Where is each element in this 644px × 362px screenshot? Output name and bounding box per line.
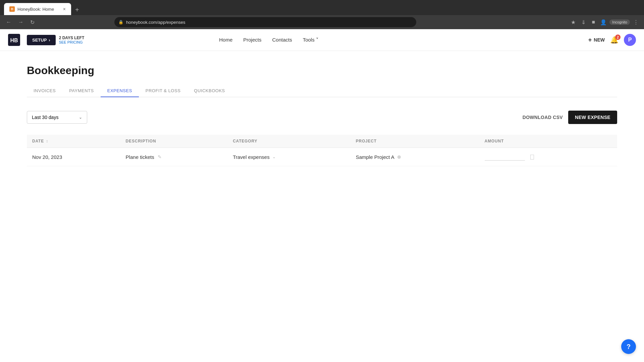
setup-info: 2 DAYS LEFT SEE PRICING xyxy=(59,36,85,44)
new-button-label: NEW xyxy=(594,37,605,43)
bookmark-icon[interactable]: ★ xyxy=(569,18,577,26)
date-filter-value: Last 30 days xyxy=(32,115,58,120)
col-category: CATEGORY xyxy=(227,135,351,148)
download-csv-button[interactable]: DOWNLOAD CSV xyxy=(523,115,563,120)
download-icon[interactable]: ⇓ xyxy=(579,18,587,26)
nav-home[interactable]: Home xyxy=(219,37,232,43)
days-left-text: 2 DAYS LEFT xyxy=(59,36,85,40)
new-button[interactable]: + NEW xyxy=(588,37,605,44)
plus-icon: + xyxy=(588,37,592,44)
lock-icon: 🔒 xyxy=(118,20,123,24)
sort-icon[interactable]: ↕ xyxy=(46,139,48,143)
cell-category: Travel expenses ⌄ xyxy=(227,148,351,166)
delete-row-icon[interactable]: ⎕ xyxy=(530,154,534,161)
table-body: Nov 20, 2023 Plane tickets ✎ Travel expe… xyxy=(27,148,617,166)
project-text: Sample Project A xyxy=(356,154,394,160)
app-wrapper: HB SETUP › 2 DAYS LEFT SEE PRICING Home … xyxy=(0,29,644,362)
table-row: Nov 20, 2023 Plane tickets ✎ Travel expe… xyxy=(27,148,617,166)
main-content: Bookkeeping INVOICES PAYMENTS EXPENSES P… xyxy=(0,51,644,180)
date-filter-dropdown[interactable]: Last 30 days ⌄ xyxy=(27,111,87,124)
nav-actions: + NEW 🔔 2 P xyxy=(588,34,636,46)
tab-profit-loss[interactable]: PROFIT & LOSS xyxy=(139,85,187,97)
address-bar[interactable]: 🔒 honeybook.com/app/expenses xyxy=(114,17,416,27)
page-title: Bookkeeping xyxy=(27,64,617,77)
nav-projects[interactable]: Projects xyxy=(243,37,261,43)
tab-payments[interactable]: PAYMENTS xyxy=(62,85,101,97)
category-text: Travel expenses xyxy=(233,154,270,160)
menu-icon[interactable]: ⋮ xyxy=(632,18,640,26)
active-tab[interactable]: H HoneyBook: Home × xyxy=(4,3,71,15)
controls-row: Last 30 days ⌄ DOWNLOAD CSV NEW EXPENSE xyxy=(27,111,617,124)
tab-title: HoneyBook: Home xyxy=(17,7,60,12)
bookkeeping-tabs: INVOICES PAYMENTS EXPENSES PROFIT & LOSS… xyxy=(27,85,617,97)
col-description: DESCRIPTION xyxy=(120,135,228,148)
clear-project-icon[interactable]: ⊗ xyxy=(397,154,401,160)
forward-button[interactable]: → xyxy=(16,18,25,26)
description-cell: Plane tickets ✎ xyxy=(126,154,222,160)
project-cell: Sample Project A ⊗ xyxy=(356,154,474,160)
tab-favicon: H xyxy=(9,6,15,12)
description-text: Plane tickets xyxy=(126,154,154,160)
setup-label: SETUP xyxy=(32,38,47,43)
extensions-icon[interactable]: ■ xyxy=(589,18,597,26)
col-amount: AMOUNT xyxy=(479,135,617,148)
category-cell[interactable]: Travel expenses ⌄ xyxy=(233,154,345,160)
chevron-down-icon: ⌄ xyxy=(272,155,276,159)
col-date: DATE ↕ xyxy=(27,135,120,148)
url-text: honeybook.com/app/expenses xyxy=(126,20,412,25)
controls-right: DOWNLOAD CSV NEW EXPENSE xyxy=(523,111,617,124)
refresh-button[interactable]: ↻ xyxy=(28,18,37,27)
hb-logo: HB xyxy=(8,34,20,46)
back-button[interactable]: ← xyxy=(4,18,13,26)
amount-input[interactable] xyxy=(485,153,525,161)
tab-expenses[interactable]: EXPENSES xyxy=(101,85,139,97)
nav-links: Home Projects Contacts Tools ˅ xyxy=(219,37,319,43)
hb-logo-mark: HB xyxy=(8,34,20,46)
tab-quickbooks[interactable]: QUICKBOOKS xyxy=(187,85,231,97)
browser-tabs: H HoneyBook: Home × + xyxy=(4,0,82,15)
browser-chrome: H HoneyBook: Home × + xyxy=(0,0,644,15)
new-tab-button[interactable]: + xyxy=(72,5,82,15)
chevron-down-icon: ⌄ xyxy=(79,115,82,120)
setup-arrow-icon: › xyxy=(49,38,50,43)
cell-project: Sample Project A ⊗ xyxy=(351,148,479,166)
cell-description: Plane tickets ✎ xyxy=(120,148,228,166)
address-bar-row: ← → ↻ 🔒 honeybook.com/app/expenses ★ ⇓ ■… xyxy=(0,15,644,29)
see-pricing-link[interactable]: SEE PRICING xyxy=(59,40,85,44)
profile-icon[interactable]: 👤 xyxy=(599,18,607,26)
tab-invoices[interactable]: INVOICES xyxy=(27,85,62,97)
notification-badge: 2 xyxy=(615,35,621,40)
col-project: PROJECT xyxy=(351,135,479,148)
browser-ext-icons: ★ ⇓ ■ 👤 Incognito ⋮ xyxy=(569,18,640,26)
top-nav: HB SETUP › 2 DAYS LEFT SEE PRICING Home … xyxy=(0,29,644,51)
cell-date: Nov 20, 2023 xyxy=(27,148,120,166)
new-expense-button[interactable]: NEW EXPENSE xyxy=(568,111,617,124)
edit-icon[interactable]: ✎ xyxy=(158,154,162,160)
amount-cell: ⎕ xyxy=(485,153,612,161)
table-header: DATE ↕ DESCRIPTION CATEGORY PROJECT AMOU… xyxy=(27,135,617,148)
incognito-badge: Incognito xyxy=(609,19,630,25)
notifications-button[interactable]: 🔔 2 xyxy=(610,36,619,44)
setup-button[interactable]: SETUP › xyxy=(27,35,56,45)
svg-text:HB: HB xyxy=(10,38,18,43)
avatar-button[interactable]: P xyxy=(624,34,636,46)
table-header-row: DATE ↕ DESCRIPTION CATEGORY PROJECT AMOU… xyxy=(27,135,617,148)
nav-contacts[interactable]: Contacts xyxy=(272,37,292,43)
nav-tools[interactable]: Tools ˅ xyxy=(303,37,319,43)
help-button[interactable]: ? xyxy=(621,339,636,354)
cell-amount: ⎕ xyxy=(479,148,617,166)
tab-close-icon[interactable]: × xyxy=(63,6,66,12)
expenses-table: DATE ↕ DESCRIPTION CATEGORY PROJECT AMOU… xyxy=(27,135,617,166)
